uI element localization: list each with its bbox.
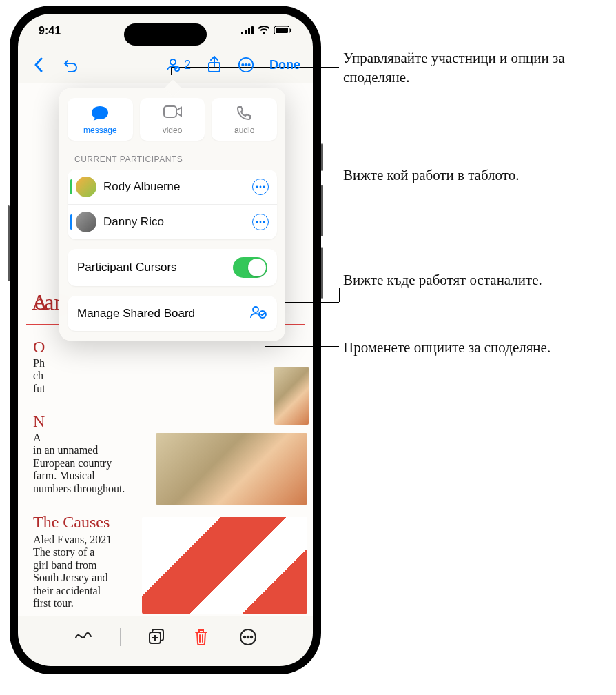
svg-point-31 [253,307,258,312]
manage-icon [249,304,267,323]
participant-count: 2 [184,58,191,72]
section-heading: O [33,338,45,357]
app-toolbar: 2 Done [18,50,313,80]
cursors-label: Participant Cursors [77,261,177,274]
draw-icon[interactable] [74,628,92,646]
manage-board-row[interactable]: Manage Shared Board [68,296,277,331]
cellular-icon [241,25,254,37]
svg-rect-2 [248,28,250,34]
participant-row[interactable]: Rody Albuerne [68,170,277,205]
svg-rect-5 [276,28,288,33]
trash-icon[interactable] [194,628,212,646]
photo [156,433,307,505]
cursors-toggle[interactable] [233,257,267,278]
collaboration-popover: message video audio CURRENT PARTICIPANTS [59,88,285,341]
message-icon [91,105,109,123]
phone-frame: 9:41 [10,6,321,674]
audio-button[interactable]: audio [212,98,277,141]
participants-header: CURRENT PARTICIPANTS [68,150,277,170]
svg-point-11 [242,64,243,66]
divider [120,628,121,646]
callout-text: Вижте къде работят останалите. [343,270,564,290]
share-icon[interactable] [206,57,223,73]
side-button [321,143,323,171]
svg-point-28 [256,221,258,223]
video-label: video [163,125,183,135]
side-button [8,205,10,281]
svg-rect-0 [241,32,243,34]
phone-icon [236,105,254,123]
section-body: A in an unnamed European country farm. M… [33,432,125,495]
section-heading: N [33,412,45,432]
svg-point-13 [248,64,249,66]
participant-more-icon[interactable] [252,179,269,195]
participants-list: Rody Albuerne Danny Rico [68,170,277,239]
svg-point-7 [170,59,176,65]
notch [124,23,207,46]
back-icon[interactable] [30,57,47,73]
message-label: message [83,125,117,135]
svg-rect-24 [164,106,176,117]
svg-point-25 [256,186,258,188]
svg-rect-1 [245,30,247,34]
wifi-icon [258,25,270,37]
participant-name: Danny Rico [103,215,245,229]
leader-line [339,288,340,302]
more-icon[interactable] [239,628,257,646]
callout-text: Вижте кой работи в таблото. [343,165,550,185]
section-body: Ph ch fut [33,357,45,395]
callout-text: Променете опциите за споделяне. [343,338,564,357]
add-item-icon[interactable] [148,628,166,646]
svg-point-27 [263,186,265,188]
svg-point-21 [243,636,245,638]
audio-label: audio [234,125,254,135]
participant-more-icon[interactable] [252,214,269,230]
svg-rect-6 [290,29,291,32]
participant-cursors-row[interactable]: Participant Cursors [68,249,277,286]
section-body: Aled Evans, 2021 The story of a girl ban… [33,534,112,610]
svg-point-12 [245,64,247,66]
svg-point-23 [250,636,252,638]
participant-name: Rody Albuerne [103,180,245,194]
video-button[interactable]: video [140,98,205,141]
undo-icon[interactable] [62,57,79,73]
photo [274,367,309,425]
side-button [321,185,323,236]
video-icon [163,105,181,123]
avatar [76,212,96,232]
svg-point-26 [260,186,262,188]
bottom-toolbar [18,618,313,656]
leader-line [265,346,339,347]
more-icon[interactable] [238,57,254,73]
battery-icon [274,25,292,37]
collaboration-button[interactable]: 2 [165,57,191,73]
svg-rect-3 [251,26,254,34]
svg-point-22 [247,636,249,638]
callout-text: Управлявайте участници и опции за сподел… [343,48,605,88]
message-button[interactable]: message [68,98,133,141]
section-heading: The Causes [33,513,110,532]
avatar [76,177,96,197]
side-button [321,247,323,299]
svg-point-30 [263,221,265,223]
status-time: 9:41 [39,25,61,37]
svg-point-29 [260,221,262,223]
participant-row[interactable]: Danny Rico [68,205,277,239]
illustration [142,517,307,614]
screen: 9:41 [18,14,313,666]
done-button[interactable]: Done [269,58,300,72]
manage-label: Manage Shared Board [77,307,195,321]
